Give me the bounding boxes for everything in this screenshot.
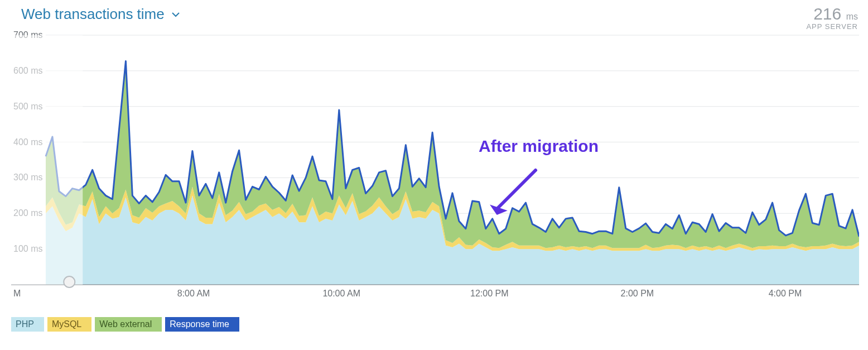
legend: PHP MySQL Web external Response time — [11, 317, 239, 332]
legend-item-web[interactable]: Web external — [95, 317, 162, 332]
svg-text:4:00 PM: 4:00 PM — [769, 289, 802, 298]
readout-unit: ms — [843, 12, 858, 21]
legend-item-response[interactable]: Response time — [165, 317, 239, 332]
legend-item-mysql[interactable]: MySQL — [47, 317, 91, 332]
svg-text:M: M — [13, 289, 21, 298]
annotation-arrow-icon — [483, 162, 544, 226]
annotation-text: After migration — [479, 137, 599, 156]
readout-label: APP SERVER — [806, 22, 858, 31]
svg-text:8:00 AM: 8:00 AM — [177, 289, 210, 298]
svg-text:2:00 PM: 2:00 PM — [621, 289, 654, 298]
chart-area[interactable]: 100 ms200 ms300 ms400 ms500 ms600 ms700 … — [11, 31, 859, 299]
chart-title: Web transactions time — [21, 6, 165, 23]
svg-text:10:00 AM: 10:00 AM — [322, 289, 360, 298]
readout-value: 216 — [813, 4, 841, 23]
chart-title-dropdown[interactable]: Web transactions time — [21, 6, 180, 23]
chevron-down-icon — [171, 6, 180, 23]
svg-text:12:00 PM: 12:00 PM — [470, 289, 508, 298]
legend-item-php[interactable]: PHP — [11, 317, 44, 332]
svg-point-16 — [64, 276, 75, 287]
svg-rect-15 — [11, 35, 83, 285]
readout-block: 216 ms APP SERVER — [806, 6, 858, 31]
